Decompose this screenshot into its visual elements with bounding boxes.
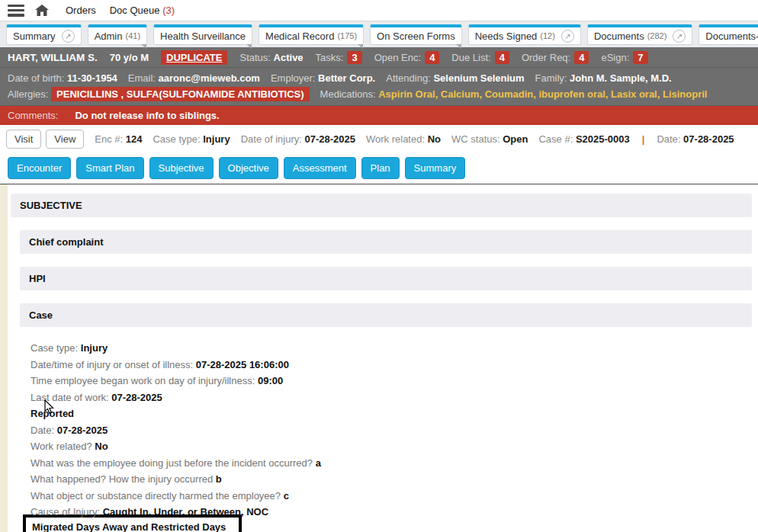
employer-field: Employer: Better Corp. xyxy=(271,72,375,84)
note-content-area: SUBJECTIVE Chief complaint HPI Case Case… xyxy=(0,184,758,532)
comments-alert-bar: Comments: Do not release info to sibling… xyxy=(0,106,758,125)
tab-needs-signed[interactable]: Needs Signed(12) ↗ xyxy=(468,24,581,45)
case-type-field: Case type: Injury xyxy=(153,133,230,145)
popout-icon[interactable]: ↗ xyxy=(62,30,75,43)
menu-icon[interactable] xyxy=(8,5,24,17)
duplicate-badge[interactable]: DUPLICATE xyxy=(161,50,227,65)
last-work-date-line: Last date of work: 07-28-2025 xyxy=(31,389,752,406)
reported-header: Reported xyxy=(31,405,752,422)
top-bar: Orders Doc Queue (3) xyxy=(0,0,758,21)
dropdown-fold-icon xyxy=(358,44,363,49)
patient-name: HART, WILLIAM S. xyxy=(8,52,98,63)
harming-object-line: What object or substance directly harmed… xyxy=(31,488,752,505)
esign-count-badge[interactable]: 7 xyxy=(633,51,647,64)
reported-date-line: Date: 07-28-2025 xyxy=(31,422,752,439)
attending-field: Attending: Selenium Selenium xyxy=(386,72,524,84)
date-of-injury-field: Date of injury: 07-28-2025 xyxy=(241,133,355,145)
left-gutter xyxy=(0,184,8,532)
objective-nav-button[interactable]: Objective xyxy=(219,157,278,179)
patient-age-sex: 70 y/o M xyxy=(110,52,149,63)
home-icon[interactable] xyxy=(35,5,49,17)
smart-plan-nav-button[interactable]: Smart Plan xyxy=(76,157,143,179)
allergies-field: Allergies: PENICILLINS , SULFA(SULFONAMI… xyxy=(8,87,310,101)
doc-queue-count: (3) xyxy=(162,5,175,16)
injury-datetime-line: Date/time of injury or onset of illness:… xyxy=(31,357,752,373)
tab-documents[interactable]: Documents(282) ↗ xyxy=(587,24,692,45)
counter-esign: eSign:7 xyxy=(601,51,647,64)
medications-list[interactable]: Aspirin Oral, Calcium, Coumadin, ibuprof… xyxy=(378,88,707,100)
open-enc-count-badge[interactable]: 4 xyxy=(425,51,439,64)
cause-of-injury-line: Cause of Injury: Caught In, Under, or Be… xyxy=(31,504,752,521)
field-separator: | xyxy=(641,133,647,145)
tab-admin[interactable]: Admin(41) xyxy=(88,24,147,45)
dropdown-fold-icon xyxy=(246,44,252,49)
popout-icon[interactable]: ↗ xyxy=(673,30,686,43)
tab-health-surveillance[interactable]: Health Surveillance xyxy=(153,24,252,45)
what-happened-line: What happened? How the injury occurred b xyxy=(31,471,752,488)
top-nav: Orders Doc Queue (3) xyxy=(66,5,175,16)
work-related-field: Work related: No xyxy=(366,133,441,145)
due-list-count-badge[interactable]: 4 xyxy=(495,51,509,64)
counter-tasks: Tasks:3 xyxy=(316,51,362,64)
counter-due-list: Due List:4 xyxy=(451,51,509,64)
comments-label: Comments: xyxy=(8,110,58,121)
patient-header-bar: HART, WILLIAM S. 70 y/o M DUPLICATE Stat… xyxy=(0,47,758,68)
section-hpi[interactable]: HPI xyxy=(20,267,752,290)
subjective-nav-button[interactable]: Subjective xyxy=(149,157,214,179)
encounter-nav-button[interactable]: Encounter xyxy=(8,157,71,179)
view-button[interactable]: View xyxy=(46,130,84,149)
medications-field: Medications: Aspirin Oral, Calcium, Coum… xyxy=(320,88,708,100)
tasks-count-badge[interactable]: 3 xyxy=(347,51,361,64)
migrated-days-header: Migrated Days Away and Restricted Days xyxy=(32,519,233,532)
plan-nav-button[interactable]: Plan xyxy=(361,157,400,179)
case-details: Case type: Injury Date/time of injury or… xyxy=(31,340,752,532)
dropdown-fold-icon xyxy=(456,44,461,49)
summary-nav-button[interactable]: Summary xyxy=(405,157,466,179)
tab-medical-record[interactable]: Medical Record(175) xyxy=(259,24,364,45)
wc-status-field: WC status: Open xyxy=(451,133,528,145)
note-section-nav: Encounter Smart Plan Subjective Objectiv… xyxy=(0,152,758,184)
family-field: Family: John M. Sample, M.D. xyxy=(535,72,672,84)
section-subjective[interactable]: SUBJECTIVE xyxy=(11,194,752,217)
assessment-nav-button[interactable]: Assessment xyxy=(284,157,356,179)
enc-number-field: Enc #: 124 xyxy=(95,133,142,145)
counter-order-req: Order Req:4 xyxy=(522,51,589,64)
comments-text: Do not release info to siblings. xyxy=(75,110,219,121)
section-case[interactable]: Case xyxy=(20,303,752,327)
nav-doc-queue[interactable]: Doc Queue (3) xyxy=(110,5,175,16)
dropdown-fold-icon xyxy=(141,44,146,49)
allergy-alert-band[interactable]: PENICILLINS , SULFA(SULFONAMIDE ANTIBIOT… xyxy=(51,87,310,101)
tab-documents-dv[interactable]: Documents-DV ↗ xyxy=(699,24,758,45)
encounter-date-field: Date: 07-28-2025 xyxy=(657,133,734,145)
order-req-count-badge[interactable]: 4 xyxy=(574,51,589,64)
nav-orders[interactable]: Orders xyxy=(66,5,96,16)
chart-tab-strip: Summary ↗ Admin(41) Health Surveillance … xyxy=(0,21,758,47)
counter-open-enc: Open Enc:4 xyxy=(374,51,440,64)
patient-demographics-bar: Date of birth: 11-30-1954 Email: aaronc@… xyxy=(0,68,758,106)
visit-button[interactable]: Visit xyxy=(6,130,41,149)
employee-doing-line: What was the employee doing just before … xyxy=(31,455,752,472)
popout-icon[interactable]: ↗ xyxy=(561,30,574,43)
app-window: Orders Doc Queue (3) Summary ↗ Admin(41)… xyxy=(0,0,758,532)
tab-on-screen-forms[interactable]: On Screen Forms xyxy=(370,24,462,45)
email-field: Email: aaronc@mieweb.com xyxy=(128,72,260,84)
patient-status: Status: Active xyxy=(239,52,303,63)
case-type-line: Case type: Injury xyxy=(31,340,752,357)
section-chief-complaint[interactable]: Chief complaint xyxy=(20,230,752,254)
dob-field: Date of birth: 11-30-1954 xyxy=(8,72,117,84)
encounter-toolbar: Visit View Enc #: 124 Case type: Injury … xyxy=(0,125,758,152)
case-number-field: Case #: S2025-0003 xyxy=(538,133,629,145)
tab-summary[interactable]: Summary ↗ xyxy=(6,24,82,45)
work-start-time-line: Time employee began work on day of injur… xyxy=(31,373,752,389)
work-related-line: Work related? No xyxy=(31,438,752,455)
